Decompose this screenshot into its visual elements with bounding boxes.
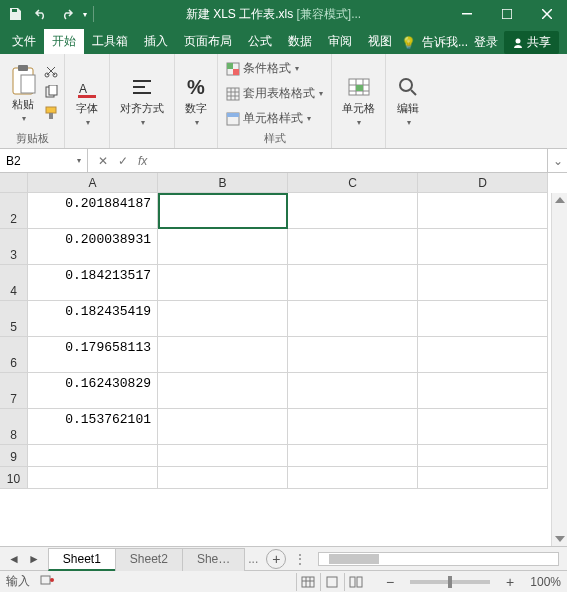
page-break-view-button[interactable] xyxy=(344,573,368,591)
minimize-button[interactable] xyxy=(447,0,487,28)
cell[interactable] xyxy=(288,409,418,445)
row-header[interactable]: 8 xyxy=(0,409,28,445)
formula-input[interactable] xyxy=(157,149,547,172)
sheet-tab[interactable]: She… xyxy=(182,548,245,571)
vertical-scrollbar[interactable] xyxy=(551,193,567,546)
cell[interactable] xyxy=(418,445,548,467)
column-header[interactable]: A xyxy=(28,173,158,193)
tab-工具箱[interactable]: 工具箱 xyxy=(84,29,136,54)
horizontal-scrollbar[interactable] xyxy=(318,552,559,566)
cell[interactable] xyxy=(158,301,288,337)
worksheet-grid[interactable]: ABCD 20.20188418730.20003893140.18421351… xyxy=(0,173,567,546)
cell[interactable] xyxy=(418,337,548,373)
row-header[interactable]: 4 xyxy=(0,265,28,301)
cells-button[interactable]: 单元格▾ xyxy=(338,73,379,129)
close-button[interactable] xyxy=(527,0,567,28)
name-box[interactable]: B2 ▾ xyxy=(0,149,88,172)
cell[interactable] xyxy=(288,445,418,467)
normal-view-button[interactable] xyxy=(296,573,320,591)
cell[interactable] xyxy=(418,265,548,301)
cell[interactable] xyxy=(158,409,288,445)
row-header[interactable]: 9 xyxy=(0,445,28,467)
format-painter-icon[interactable] xyxy=(44,106,58,123)
sheet-overflow-label[interactable]: ... xyxy=(248,552,258,566)
undo-icon[interactable] xyxy=(30,3,52,25)
zoom-out-button[interactable]: − xyxy=(386,574,394,590)
macro-record-icon[interactable] xyxy=(40,574,54,589)
cell[interactable]: 0.182435419 xyxy=(28,301,158,337)
new-sheet-button[interactable]: + xyxy=(266,549,286,569)
paste-button[interactable]: 粘贴▾ xyxy=(6,63,40,125)
sheet-nav-prev-icon[interactable]: ◄ xyxy=(8,552,20,566)
cell[interactable] xyxy=(158,229,288,265)
sign-in-button[interactable]: 登录 xyxy=(474,34,498,51)
format-as-table-button[interactable]: 套用表格格式▾ xyxy=(224,84,325,103)
row-header[interactable]: 3 xyxy=(0,229,28,265)
tab-数据[interactable]: 数据 xyxy=(280,29,320,54)
tab-开始[interactable]: 开始 xyxy=(44,29,84,54)
enter-formula-icon[interactable]: ✓ xyxy=(118,154,128,168)
zoom-level-label[interactable]: 100% xyxy=(530,575,561,589)
cell[interactable] xyxy=(418,301,548,337)
cell[interactable]: 0.179658113 xyxy=(28,337,158,373)
cell[interactable] xyxy=(288,193,418,229)
cell[interactable]: 0.200038931 xyxy=(28,229,158,265)
cell[interactable] xyxy=(288,301,418,337)
cell[interactable] xyxy=(288,373,418,409)
tell-me-button[interactable]: 告诉我... xyxy=(422,34,468,51)
column-header[interactable]: C xyxy=(288,173,418,193)
sheet-nav-next-icon[interactable]: ► xyxy=(28,552,40,566)
share-button[interactable]: 共享 xyxy=(504,31,559,54)
row-header[interactable]: 7 xyxy=(0,373,28,409)
cell[interactable] xyxy=(158,337,288,373)
cell[interactable]: 0.184213517 xyxy=(28,265,158,301)
maximize-button[interactable] xyxy=(487,0,527,28)
cell[interactable]: 0.153762101 xyxy=(28,409,158,445)
tab-插入[interactable]: 插入 xyxy=(136,29,176,54)
cell[interactable]: 0.201884187 xyxy=(28,193,158,229)
zoom-in-button[interactable]: + xyxy=(506,574,514,590)
expand-formula-bar-icon[interactable]: ⌄ xyxy=(547,149,567,172)
cell[interactable] xyxy=(418,373,548,409)
fx-icon[interactable]: fx xyxy=(138,154,147,168)
page-layout-view-button[interactable] xyxy=(320,573,344,591)
cell[interactable] xyxy=(418,193,548,229)
tab-审阅[interactable]: 审阅 xyxy=(320,29,360,54)
cell[interactable] xyxy=(28,445,158,467)
cell[interactable] xyxy=(158,467,288,489)
save-icon[interactable] xyxy=(4,3,26,25)
zoom-slider[interactable] xyxy=(410,580,490,584)
redo-icon[interactable] xyxy=(56,3,78,25)
column-header[interactable]: B xyxy=(158,173,288,193)
copy-icon[interactable] xyxy=(44,85,58,102)
row-header[interactable]: 2 xyxy=(0,193,28,229)
tab-视图[interactable]: 视图 xyxy=(360,29,400,54)
cell[interactable] xyxy=(288,229,418,265)
cell[interactable] xyxy=(288,265,418,301)
font-button[interactable]: A 字体▾ xyxy=(71,73,103,129)
row-header[interactable]: 5 xyxy=(0,301,28,337)
cell[interactable] xyxy=(158,373,288,409)
cell[interactable] xyxy=(158,265,288,301)
tab-页面布局[interactable]: 页面布局 xyxy=(176,29,240,54)
alignment-button[interactable]: 对齐方式▾ xyxy=(116,73,168,129)
cell[interactable] xyxy=(418,229,548,265)
cell[interactable] xyxy=(288,337,418,373)
tab-文件[interactable]: 文件 xyxy=(4,29,44,54)
cell[interactable] xyxy=(158,193,288,229)
editing-button[interactable]: 编辑▾ xyxy=(392,73,424,129)
cell[interactable] xyxy=(288,467,418,489)
cancel-formula-icon[interactable]: ✕ xyxy=(98,154,108,168)
row-header[interactable]: 6 xyxy=(0,337,28,373)
cell-styles-button[interactable]: 单元格样式▾ xyxy=(224,109,325,128)
cell[interactable]: 0.162430829 xyxy=(28,373,158,409)
conditional-formatting-button[interactable]: 条件格式▾ xyxy=(224,59,325,78)
cell[interactable] xyxy=(418,409,548,445)
column-header[interactable]: D xyxy=(418,173,548,193)
select-all-corner[interactable] xyxy=(0,173,28,193)
tab-公式[interactable]: 公式 xyxy=(240,29,280,54)
cell[interactable] xyxy=(28,467,158,489)
cell[interactable] xyxy=(418,467,548,489)
row-header[interactable]: 10 xyxy=(0,467,28,489)
number-button[interactable]: % 数字▾ xyxy=(181,74,211,129)
